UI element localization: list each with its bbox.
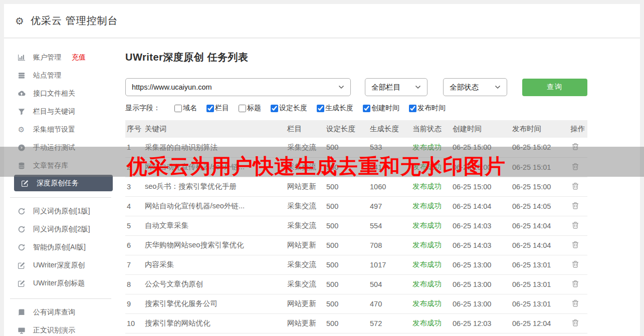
created-checkbox[interactable] xyxy=(363,105,370,112)
sidebar-item-interface-files[interactable]: 接口文件相关 xyxy=(4,85,119,103)
sidebar-item-label: 公有词库查询 xyxy=(33,308,75,317)
cell-set-length: 500 xyxy=(325,138,368,157)
delete-button[interactable] xyxy=(571,279,579,288)
sidebar-item-label: 手动运行测试 xyxy=(33,143,75,152)
cell-gen-length: 497 xyxy=(368,196,411,216)
sidebar-item-columns-keywords[interactable]: 栏目与关键词 xyxy=(4,103,119,121)
delete-button[interactable] xyxy=(571,260,579,268)
trash-icon xyxy=(571,221,579,229)
sidebar-item-sites[interactable]: 站点管理 xyxy=(4,67,119,85)
cell-created: 06-25 14:04 xyxy=(451,196,511,216)
cell-created: 06-25 14:03 xyxy=(451,235,511,255)
sidebar-item-uwriter-deep[interactable]: UWriter深度原创 xyxy=(4,256,119,274)
site-select[interactable]: https://www.ucaiyun.com xyxy=(125,78,351,96)
cell-column: 网站更新 xyxy=(286,235,325,255)
refresh-icon xyxy=(17,207,26,216)
cell-column: 采集交流 xyxy=(286,216,325,235)
cell-set-length: 500 xyxy=(325,294,368,313)
sidebar-item-content-recognition[interactable]: 正文识别演示 xyxy=(4,321,119,336)
delete-button[interactable] xyxy=(571,221,579,229)
cell-set-length: 500 xyxy=(325,313,368,333)
cloud-upload-icon xyxy=(17,90,26,98)
delete-button[interactable] xyxy=(571,162,579,171)
cell-gen-length: 708 xyxy=(368,235,411,255)
trash-icon xyxy=(571,279,579,288)
cell-set-length: 500 xyxy=(325,157,368,177)
field-option-label: 栏目 xyxy=(215,104,229,113)
sidebar-divider xyxy=(10,197,111,198)
col-header-gen-length: 生成长度 xyxy=(368,120,411,138)
table-row: 2 网站自动化宣传机器/seo外链... 采集交流 500 641 发布成功 0… xyxy=(125,157,587,177)
status-badge: 发布成功 xyxy=(412,260,442,268)
cell-actions xyxy=(569,294,587,313)
sidebar-item-uwriter-title[interactable]: UWriter原创标题 xyxy=(4,274,119,292)
cell-gen-length: 1060 xyxy=(368,177,411,196)
sidebar-item-synonym-v1[interactable]: 同义词伪原创[1版] xyxy=(4,202,119,220)
cell-column: 采集交流 xyxy=(286,274,325,294)
delete-button[interactable] xyxy=(571,240,579,249)
delete-button[interactable] xyxy=(571,318,579,327)
cell-published: 06-25 15:01 xyxy=(511,157,569,177)
set-length-checkbox[interactable] xyxy=(271,105,278,112)
cell-published: 06-25 13:01 xyxy=(511,255,569,274)
status-select[interactable]: 全部状态 xyxy=(443,78,507,96)
cell-column: 采集交流 xyxy=(286,196,325,216)
cell-keyword: seo兵书：搜索引擎优化手册 xyxy=(143,177,286,196)
sidebar-item-smart-ai[interactable]: 智能伪原创[AI版] xyxy=(4,238,119,256)
cell-set-length: 500 xyxy=(325,235,368,255)
cell-actions xyxy=(569,196,587,216)
cell-index: 6 xyxy=(125,235,143,255)
delete-button[interactable] xyxy=(571,182,579,190)
cell-published: 06-25 15:00 xyxy=(511,177,569,196)
sidebar-item-synonym-v2[interactable]: 同义词伪原创[2版] xyxy=(4,220,119,238)
column-checkbox[interactable] xyxy=(206,105,214,112)
refresh-icon xyxy=(17,243,26,252)
cell-index: 9 xyxy=(125,294,143,313)
cell-column: 采集交流 xyxy=(286,157,325,177)
cell-created: 06-25 12:03 xyxy=(451,313,511,333)
recharge-badge[interactable]: 充值 xyxy=(72,53,86,62)
chevron-down-icon xyxy=(338,85,344,89)
col-header-set-length: 设定长度 xyxy=(325,120,368,138)
cell-set-length: 500 xyxy=(325,255,368,274)
gen-length-checkbox[interactable] xyxy=(317,105,324,112)
table-row: 1 采集器的自动识别算法 采集交流 500 533 发布成功 06-25 15:… xyxy=(125,138,587,157)
cell-index: 7 xyxy=(125,255,143,274)
top-header: ⚙ 优采云 管理控制台 xyxy=(4,4,640,38)
column-select[interactable]: 全部栏目 xyxy=(365,78,427,96)
sidebar-item-label: 深度原创任务 xyxy=(37,179,79,188)
cell-status: 发布成功 xyxy=(411,235,451,255)
sidebar-item-account[interactable]: 账户管理 充值 xyxy=(4,49,119,67)
cell-index: 8 xyxy=(125,274,143,294)
cell-column: 采集交流 xyxy=(286,138,325,157)
cell-created: 06-25 14:03 xyxy=(451,216,511,235)
sidebar-item-manual-test[interactable]: 手动运行测试 xyxy=(4,139,119,157)
cell-status: 发布成功 xyxy=(411,255,451,274)
sidebar-item-collect-settings[interactable]: ⚙ 采集细节设置 xyxy=(4,121,119,139)
title-checkbox[interactable] xyxy=(239,105,246,112)
table-row: 8 公众号文章伪原创 采集交流 500 504 发布成功 06-25 13:00… xyxy=(125,274,587,294)
sidebar-item-public-thesaurus[interactable]: 公有词库查询 xyxy=(4,303,119,321)
trash-icon xyxy=(571,201,579,210)
chevron-down-icon xyxy=(415,85,421,89)
published-checkbox[interactable] xyxy=(409,105,416,112)
sidebar-item-deep-original-tasks[interactable]: 深度原创任务 xyxy=(14,175,113,191)
cell-gen-length: 572 xyxy=(368,313,411,333)
cell-status: 发布成功 xyxy=(411,216,451,235)
display-fields-row: 显示字段： 域名 栏目 标题 设定长度 xyxy=(125,104,587,113)
sidebar-item-label: 账户管理 xyxy=(33,53,61,62)
sidebar-item-article-cache[interactable]: 文章暂存库 xyxy=(4,157,119,175)
cell-index: 3 xyxy=(125,177,143,196)
delete-button[interactable] xyxy=(571,142,579,151)
table-row: 10 搜索引擎的网站优化 网站更新 500 572 发布成功 06-25 12:… xyxy=(125,313,587,333)
body-card: 账户管理 充值 站点管理 接口文件相关 栏目与关键词 ⚙ 采集细节设置 xyxy=(4,39,640,336)
query-button[interactable]: 查询 xyxy=(522,79,587,96)
cell-column: 网站更新 xyxy=(286,313,325,333)
trash-icon xyxy=(571,142,579,151)
domain-checkbox[interactable] xyxy=(174,105,182,112)
cell-published: 06-25 14:04 xyxy=(511,235,569,255)
cell-gen-length: 641 xyxy=(368,157,411,177)
sidebar-item-label: 接口文件相关 xyxy=(33,89,75,98)
delete-button[interactable] xyxy=(571,201,579,210)
delete-button[interactable] xyxy=(571,299,579,307)
